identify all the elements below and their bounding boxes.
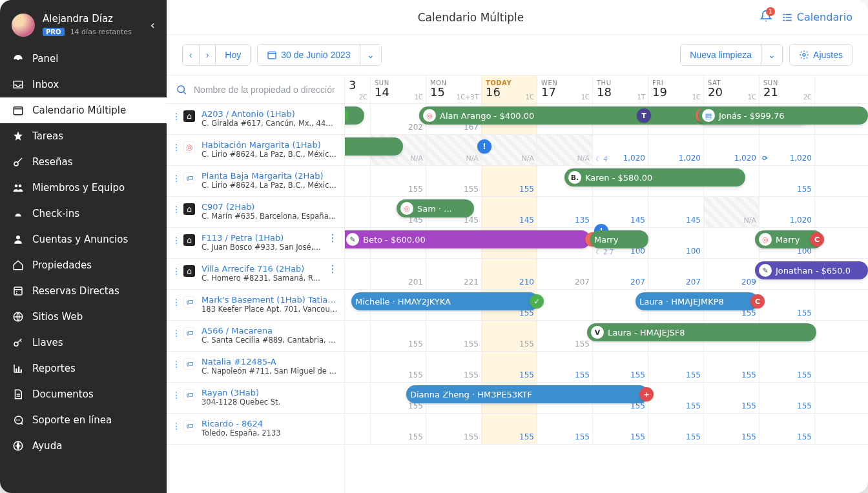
day-cell[interactable]: 155 <box>426 321 482 351</box>
day-cell[interactable]: 210 <box>482 259 537 289</box>
day-cell[interactable]: 155 <box>704 414 760 444</box>
drag-handle-icon[interactable]: ⋮ <box>172 359 181 368</box>
property-row[interactable]: ⋮ 🏷 Ricardo - 8624 Toledo, España, 2133 <box>167 414 344 445</box>
day-cell[interactable]: 1,020 <box>760 197 815 227</box>
day-cell[interactable]: 155 <box>371 414 426 444</box>
day-cell[interactable]: 155 <box>760 290 815 320</box>
property-title[interactable]: C907 (2Hab) <box>202 202 338 212</box>
status-badge[interactable]: + <box>639 387 654 401</box>
day-cell[interactable]: 145 <box>482 197 537 227</box>
day-cell[interactable]: 145 <box>593 197 648 227</box>
property-title[interactable]: Planta Baja Margarita (2Hab) <box>202 171 338 181</box>
day-cell[interactable] <box>345 197 371 227</box>
property-search-input[interactable] <box>194 85 335 95</box>
sidebar-item-calendar[interactable]: Calendario Múltiple <box>0 97 167 123</box>
property-title[interactable]: Habitación Margarita (1Hab) <box>202 140 338 150</box>
day-cell[interactable]: 155 <box>760 166 815 196</box>
property-title[interactable]: A566 / Macarena <box>202 326 338 336</box>
next-button[interactable]: › <box>199 45 216 65</box>
day-cell[interactable]: 155 <box>426 414 482 444</box>
date-dropdown-button[interactable]: ⌄ <box>360 45 381 65</box>
property-title[interactable]: F113 / Petra (1Hab) <box>202 233 321 243</box>
day-column-header[interactable]: MON 15 1C+3T <box>426 75 482 103</box>
drag-handle-icon[interactable]: ⋮ <box>172 174 181 183</box>
day-cell[interactable]: 207 <box>537 259 593 289</box>
user-avatar[interactable] <box>12 14 35 37</box>
property-title[interactable]: A203 / Antonio (1Hab) <box>202 109 338 119</box>
booking-bar[interactable]: ▤Jonás - $999.76 <box>698 106 868 125</box>
sidebar-item-globe[interactable]: Sitios Web <box>0 304 167 330</box>
day-column-header[interactable]: SUN 14 1C <box>371 75 426 103</box>
day-column-header[interactable]: TODAY 16 1C <box>482 75 537 103</box>
drag-handle-icon[interactable]: ⋮ <box>172 236 181 245</box>
day-cell[interactable]: 155 <box>426 352 482 382</box>
booking-bar[interactable]: B.Karen - $580.00 <box>564 168 745 186</box>
property-row[interactable]: ⋮ ⌂ Villa Arrecife 716 (2Hab) C. Homero … <box>167 259 344 290</box>
property-title[interactable]: Natalia #12485-A <box>202 357 338 367</box>
day-cell[interactable]: 221 <box>426 259 482 289</box>
day-column-header[interactable]: 3 2C <box>345 75 371 103</box>
day-cell[interactable]: 202 <box>371 104 426 134</box>
day-cell[interactable]: 155 <box>371 166 426 196</box>
day-cell[interactable]: 155 <box>648 414 704 444</box>
today-button[interactable]: Hoy <box>215 45 250 65</box>
sidebar-item-dashboard[interactable]: Panel <box>0 46 167 72</box>
day-cell[interactable] <box>345 259 371 289</box>
sidebar-item-inbox[interactable]: Inbox <box>0 72 167 97</box>
day-cell[interactable] <box>345 321 371 351</box>
date-picker-button[interactable]: 30 de Junio 2023 <box>258 45 359 65</box>
property-title[interactable]: Ricardo - 8624 <box>202 419 338 428</box>
day-cell[interactable] <box>704 228 760 258</box>
booking-bar[interactable]: VLaura - HMAJEJSF8 <box>587 323 816 341</box>
status-badge[interactable]: C <box>810 232 824 246</box>
day-cell[interactable]: 209 <box>704 259 760 289</box>
property-row[interactable]: ⋮ 🏷 Natalia #12485-A C. Napoleón #711, S… <box>167 352 344 383</box>
sidebar-item-user[interactable]: Cuentas y Anuncios <box>0 226 167 252</box>
day-cell[interactable]: 155 <box>648 352 704 382</box>
day-cell[interactable]: 155 <box>482 166 537 196</box>
property-row[interactable]: ⋮ 🏷 Planta Baja Margarita (2Hab) C. Liri… <box>167 166 344 197</box>
sidebar-item-document[interactable]: Documentos <box>0 381 167 407</box>
day-cell[interactable]: 1,020 <box>704 135 760 165</box>
booking-bar[interactable]: Dianna Zheng · HM3PE53KTF <box>406 385 648 403</box>
sidebar-item-people[interactable]: Miembros y Equipo <box>0 175 167 201</box>
drag-handle-icon[interactable]: ⋮ <box>172 112 181 121</box>
sidebar-item-key[interactable]: Llaves <box>0 330 167 356</box>
drag-handle-icon[interactable]: ⋮ <box>172 421 181 430</box>
day-cell[interactable] <box>345 383 371 413</box>
prev-button[interactable]: ‹ <box>183 45 199 65</box>
property-title[interactable]: Rayan (3Hab) <box>202 388 338 397</box>
status-badge[interactable]: C <box>750 294 765 308</box>
day-column-header[interactable]: WEN 17 1C <box>537 75 593 103</box>
day-cell[interactable]: N/A <box>704 197 760 227</box>
drag-handle-icon[interactable]: ⋮ <box>172 328 181 337</box>
drag-handle-icon[interactable]: ⋮ <box>172 143 181 152</box>
day-cell[interactable] <box>345 414 371 444</box>
day-cell[interactable]: 100 <box>648 228 704 258</box>
day-cell[interactable]: 1,020⟳ <box>760 135 815 165</box>
day-cell[interactable]: 155 <box>704 383 760 413</box>
property-row[interactable]: ⋮ 🏷 Rayan (3Hab) 304-1128 Quebec St. <box>167 383 344 414</box>
day-cell[interactable]: 155 <box>482 414 537 444</box>
property-row[interactable]: ⋮ 🏷 Mark's Basement (1Hab) Tatiana 183 K… <box>167 290 344 321</box>
booking-bar[interactable]: ✓✎Beto - $600.00 <box>345 230 590 248</box>
day-column-header[interactable]: SAT 20 1C <box>704 75 760 103</box>
notifications-button[interactable]: 1 <box>760 10 772 25</box>
day-cell[interactable]: 155 <box>482 352 537 382</box>
booking-bar[interactable]: Laura · HMAJEJMKP8 <box>636 292 758 310</box>
day-cell[interactable]: 155 <box>537 414 593 444</box>
property-title[interactable]: Villa Arrecife 716 (2Hab) <box>202 264 321 274</box>
booking-bar[interactable]: Michelle · HMAY2JKYKA <box>351 292 539 310</box>
collapse-sidebar-icon[interactable]: ‹ <box>150 18 155 32</box>
drag-handle-icon[interactable]: ⋮ <box>172 390 181 399</box>
day-cell[interactable]: 155 <box>760 352 815 382</box>
sidebar-item-chat[interactable]: Soporte en línea <box>0 407 167 433</box>
drag-handle-icon[interactable]: ⋮ <box>172 267 181 276</box>
property-menu-icon[interactable]: ⋮ <box>327 233 338 243</box>
settings-button[interactable]: Ajustes <box>789 44 852 66</box>
day-cell[interactable]: 155 <box>593 414 648 444</box>
sidebar-item-help[interactable]: Ayuda <box>0 433 167 459</box>
booking-bar[interactable]: ◎Sam · ... <box>397 199 474 217</box>
day-cell[interactable]: N/A <box>426 135 482 165</box>
sidebar-item-vacuum[interactable]: Reseñas <box>0 149 167 175</box>
